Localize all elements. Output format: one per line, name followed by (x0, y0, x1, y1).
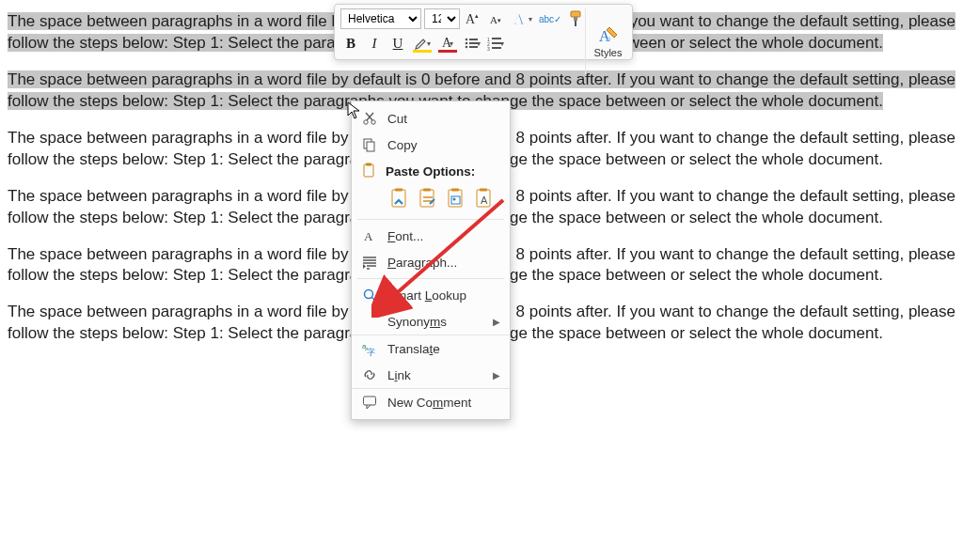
menu-font[interactable]: A Font... (352, 223, 510, 249)
font-size-select[interactable]: 12 (424, 8, 460, 29)
paste-text-only-button[interactable]: A (472, 186, 497, 210)
svg-text:A: A (513, 11, 525, 27)
menu-copy[interactable]: Copy (352, 132, 510, 158)
svg-rect-33 (451, 189, 459, 192)
cursor-icon (347, 101, 362, 125)
translate-icon: a字 (361, 340, 378, 357)
chevron-right-icon: ▶ (493, 370, 500, 381)
bold-button[interactable]: B (340, 33, 361, 54)
svg-point-35 (453, 198, 456, 201)
font-icon: A (361, 227, 378, 244)
svg-rect-34 (451, 196, 460, 204)
menu-translate[interactable]: a字 Translate (352, 334, 510, 362)
chevron-right-icon: ▶ (493, 317, 500, 327)
svg-text:A: A (364, 229, 373, 243)
font-color-button[interactable]: A ▾ (436, 33, 459, 54)
underline-button[interactable]: U (387, 33, 408, 54)
comment-icon (361, 394, 378, 411)
svg-rect-6 (571, 11, 580, 17)
svg-rect-28 (392, 190, 405, 207)
copy-icon (361, 136, 378, 153)
chevron-down-icon: ▾ (427, 39, 431, 48)
text-effects-button[interactable]: A A ▾ (510, 8, 534, 29)
svg-point-22 (364, 120, 368, 124)
svg-rect-30 (420, 190, 434, 207)
chevron-down-icon: ▾ (450, 39, 453, 48)
svg-point-40 (365, 290, 373, 299)
svg-text:▴: ▴ (475, 12, 479, 19)
menu-paragraph[interactable]: Paragraph... (352, 249, 510, 275)
svg-rect-8 (575, 21, 576, 26)
svg-rect-29 (395, 189, 403, 192)
menu-link[interactable]: Link ▶ (352, 362, 510, 388)
chevron-down-icon: ▾ (500, 39, 504, 48)
menu-paste-options-header: Paste Options: (352, 158, 510, 184)
svg-text:3: 3 (487, 46, 490, 51)
styles-button[interactable]: A Styles (585, 8, 626, 74)
blank-icon (361, 313, 378, 330)
highlight-button[interactable]: ▾ (411, 33, 434, 54)
chevron-down-icon: ▾ (477, 39, 481, 48)
italic-button[interactable]: I (364, 33, 385, 54)
svg-point-14 (466, 46, 468, 49)
paste-keep-source-button[interactable] (387, 186, 412, 210)
paste-merge-button[interactable] (416, 186, 440, 210)
menu-cut[interactable]: Cut (352, 105, 510, 132)
numbering-button[interactable]: 1 2 3 ▾ (485, 33, 506, 54)
svg-rect-43 (364, 397, 376, 405)
svg-text:A: A (481, 194, 488, 206)
svg-text:字: 字 (367, 348, 375, 356)
font-name-select[interactable]: Helvetica (340, 8, 421, 29)
svg-rect-26 (364, 164, 373, 177)
svg-text:A: A (490, 14, 497, 25)
clear-effects-text[interactable]: abc✓ (537, 8, 563, 29)
grow-font-button[interactable]: A▴ (463, 8, 483, 29)
clipboard-icon (361, 163, 376, 180)
svg-rect-37 (480, 189, 487, 192)
svg-rect-31 (423, 189, 431, 192)
shrink-font-button[interactable]: A▾ (486, 8, 507, 29)
paragraph-icon (361, 254, 378, 271)
styles-label: Styles (594, 47, 623, 58)
menu-synonyms[interactable]: Synonyms ▶ (352, 308, 510, 334)
context-menu: Cut Copy Paste Options: A A Font... (351, 101, 511, 420)
menu-new-comment[interactable]: New Comment (352, 388, 510, 415)
paste-picture-button[interactable] (444, 186, 468, 210)
link-icon (361, 366, 378, 383)
chevron-down-icon: ▾ (529, 15, 532, 23)
svg-point-23 (371, 120, 375, 124)
cut-icon (361, 110, 378, 127)
bullets-button[interactable]: ▾ (462, 33, 482, 54)
svg-point-12 (466, 42, 468, 45)
svg-rect-27 (366, 163, 371, 166)
svg-rect-25 (367, 142, 374, 151)
svg-text:▾: ▾ (497, 17, 501, 23)
mini-toolbar: Helvetica 12 A▴ A▾ A A ▾ abc✓ (334, 4, 633, 60)
svg-rect-7 (574, 17, 577, 21)
search-icon (361, 287, 378, 303)
svg-point-10 (466, 39, 468, 41)
menu-smart-lookup[interactable]: Smart Lookup (352, 282, 510, 308)
